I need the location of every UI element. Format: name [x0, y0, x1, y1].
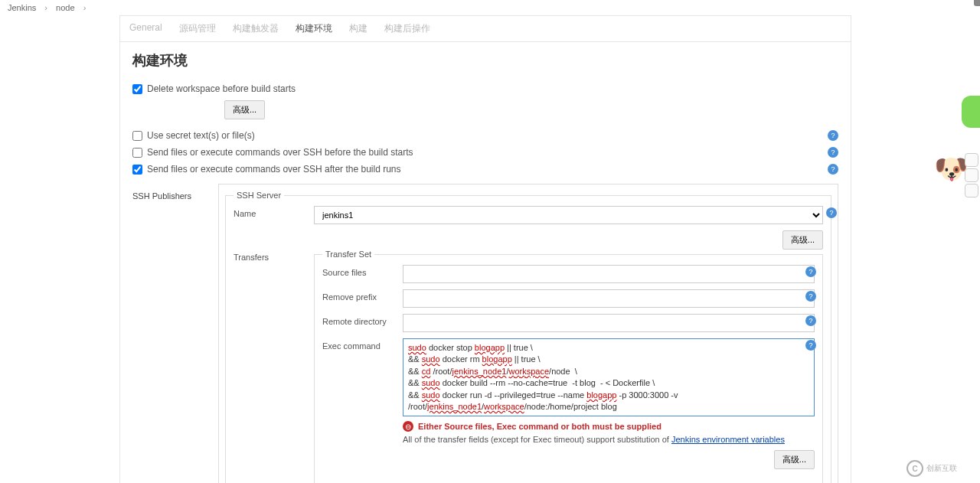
- ssh-publishers-label: SSH Publishers: [132, 184, 209, 483]
- remote-dir-row: Remote directory: [322, 314, 815, 332]
- checkbox-send-before[interactable]: [132, 148, 142, 158]
- tab-build[interactable]: 构建: [348, 16, 369, 41]
- transfer-set-fieldset: Transfer Set Source files Remove prefix: [314, 250, 823, 483]
- breadcrumb-root[interactable]: Jenkins: [8, 3, 36, 12]
- option-send-before: Send files or execute commands over SSH …: [132, 144, 838, 161]
- scroll-indicator: [974, 0, 980, 6]
- help-icon[interactable]: [828, 164, 838, 175]
- ssh-server-fieldset: SSH Server Name jenkins1 高级...: [225, 191, 831, 483]
- help-icon[interactable]: [805, 266, 816, 277]
- breadcrumb-separator: ›: [83, 3, 87, 12]
- side-widget-item[interactable]: [965, 184, 978, 197]
- source-files-label: Source files: [322, 265, 395, 277]
- help-icon[interactable]: [805, 291, 816, 302]
- exec-command-label: Exec command: [322, 338, 395, 351]
- advanced-row: 高级...: [132, 97, 838, 127]
- label-send-before: Send files or execute commands over SSH …: [147, 147, 413, 158]
- remote-dir-input[interactable]: [403, 314, 815, 332]
- brand-logo-icon: C: [906, 460, 923, 477]
- advanced-button[interactable]: 高级...: [224, 100, 265, 119]
- error-text: Either Source files, Exec command or bot…: [418, 422, 662, 431]
- tab-general[interactable]: General: [128, 16, 164, 41]
- breadcrumb: Jenkins › node ›: [0, 0, 980, 15]
- checkbox-send-after[interactable]: [132, 165, 142, 175]
- help-icon[interactable]: [826, 207, 837, 218]
- error-icon: [403, 421, 413, 432]
- side-widget-item[interactable]: [965, 153, 978, 167]
- tab-scm[interactable]: 源码管理: [178, 16, 217, 41]
- brand-logo-text: 创新互联: [926, 463, 957, 474]
- config-panel: General 源码管理 构建触发器 构建环境 构建 构建后操作 构建环境 De…: [119, 15, 851, 483]
- side-badge[interactable]: [962, 96, 980, 128]
- source-files-row: Source files: [322, 265, 815, 283]
- label-use-secret: Use secret text(s) or file(s): [147, 130, 255, 141]
- advanced-button[interactable]: 高级...: [782, 230, 823, 250]
- config-tabs: General 源码管理 构建触发器 构建环境 构建 构建后操作: [120, 16, 851, 42]
- ssh-server-content: SSH Server Name jenkins1 高级...: [218, 184, 838, 483]
- ssh-server-legend: SSH Server: [234, 191, 284, 200]
- advanced-button[interactable]: 高级...: [774, 450, 815, 469]
- option-send-after: Send files or execute commands over SSH …: [132, 161, 838, 178]
- help-icon[interactable]: [828, 130, 838, 141]
- transfer-set-legend: Transfer Set: [322, 250, 374, 259]
- validation-error-row: Either Source files, Exec command or bot…: [403, 421, 815, 432]
- info-text: All of the transfer fields (except for E…: [403, 435, 815, 444]
- breadcrumb-separator: ›: [44, 3, 47, 12]
- ssh-name-row: Name jenkins1: [234, 206, 823, 224]
- env-vars-link[interactable]: Jenkins environment variables: [671, 435, 785, 444]
- tab-build-env[interactable]: 构建环境: [294, 16, 334, 41]
- breadcrumb-item[interactable]: node: [56, 3, 74, 12]
- tab-post-build[interactable]: 构建后操作: [383, 16, 432, 41]
- tab-triggers[interactable]: 构建触发器: [231, 16, 280, 41]
- option-use-secret: Use secret text(s) or file(s): [132, 127, 838, 144]
- option-delete-workspace: Delete workspace before build starts: [132, 80, 838, 97]
- remote-dir-label: Remote directory: [322, 314, 395, 326]
- checkbox-delete-workspace[interactable]: [132, 84, 142, 94]
- source-files-input[interactable]: [403, 265, 815, 283]
- label-delete-workspace: Delete workspace before build starts: [147, 83, 296, 94]
- side-widgets: [965, 153, 978, 197]
- remove-prefix-row: Remove prefix: [322, 289, 815, 308]
- ssh-name-label: Name: [234, 206, 306, 218]
- transfers-label: Transfers: [234, 250, 306, 483]
- ssh-publishers-block: SSH Publishers SSH Server Name jenkins1: [132, 184, 838, 483]
- exec-command-textarea[interactable]: sudo docker stop blogapp || true \ && su…: [403, 338, 815, 416]
- checkbox-use-secret[interactable]: [132, 131, 142, 141]
- side-widget-item[interactable]: [965, 168, 978, 182]
- section-title: 构建环境: [132, 51, 838, 70]
- build-env-section: 构建环境 Delete workspace before build start…: [120, 42, 851, 483]
- label-send-after: Send files or execute commands over SSH …: [147, 164, 401, 175]
- ssh-server-advanced-row: 高级...: [234, 230, 823, 250]
- help-icon[interactable]: [805, 340, 816, 351]
- remove-prefix-label: Remove prefix: [322, 289, 395, 302]
- help-icon[interactable]: [805, 315, 816, 326]
- help-icon[interactable]: [828, 147, 838, 158]
- brand-logo: C 创新互联: [906, 459, 975, 478]
- exec-command-row: Exec command sudo docker stop blogapp ||…: [322, 338, 815, 469]
- remove-prefix-input[interactable]: [403, 289, 815, 308]
- ssh-name-select[interactable]: jenkins1: [314, 206, 823, 224]
